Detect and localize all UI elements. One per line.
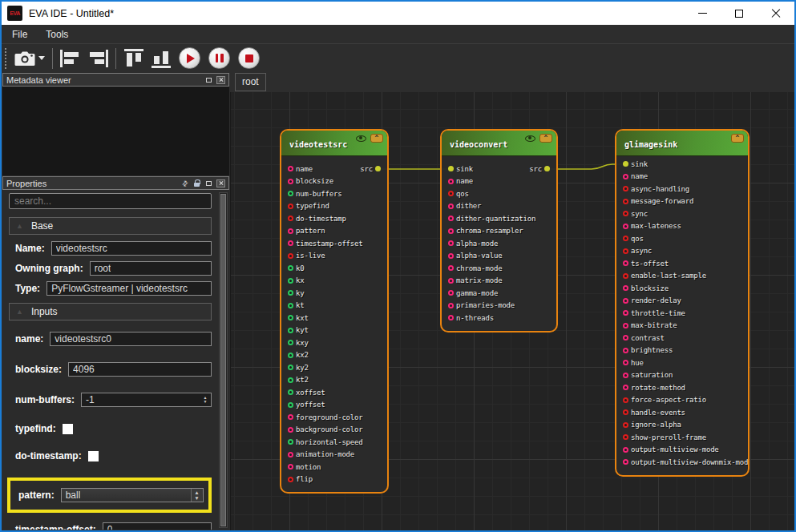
properties-scrollbar[interactable] bbox=[219, 192, 228, 528]
spin-down-icon[interactable]: ▼ bbox=[194, 495, 199, 501]
input-pin-max-bitrate[interactable] bbox=[623, 323, 628, 328]
input-pin-ts-offset[interactable] bbox=[623, 260, 628, 266]
input-pin-blocksize[interactable] bbox=[623, 285, 628, 291]
input-pin-handle-events[interactable] bbox=[623, 409, 628, 415]
node-header-glimagesink[interactable]: glimagesink^ bbox=[616, 131, 748, 156]
node-graph-area[interactable]: videotestsrc^namesrcblocksizenum-buffers… bbox=[230, 92, 794, 530]
input-pin-async[interactable] bbox=[623, 248, 628, 254]
pause-button[interactable] bbox=[208, 47, 230, 69]
input-pin-ky2[interactable] bbox=[288, 365, 293, 370]
checkbox-do-timestamp[interactable] bbox=[88, 451, 99, 461]
field-name[interactable]: videotestsrc bbox=[51, 241, 212, 256]
tab-root[interactable]: root bbox=[235, 73, 266, 91]
checkbox-typefind[interactable] bbox=[63, 424, 73, 434]
input-pin-animation-mode[interactable] bbox=[288, 452, 293, 457]
input-pin-kxy[interactable] bbox=[288, 340, 293, 345]
spinner-pattern[interactable]: ▲▼ bbox=[191, 489, 202, 502]
align-bottom-button[interactable] bbox=[147, 46, 175, 71]
input-pin-alpha-mode[interactable] bbox=[448, 240, 454, 246]
input-pin-hue[interactable] bbox=[623, 360, 628, 365]
input-pin-qos[interactable] bbox=[623, 236, 628, 241]
node-videotestsrc[interactable]: videotestsrc^namesrcblocksizenum-buffers… bbox=[280, 129, 389, 494]
node-glimagesink[interactable]: glimagesink^sinknameasync-handlingmessag… bbox=[615, 129, 750, 477]
minimize-button[interactable] bbox=[684, 2, 721, 25]
input-pin-k0[interactable] bbox=[288, 265, 293, 271]
input-pin-dither-quantization[interactable] bbox=[448, 216, 454, 221]
search-input[interactable] bbox=[9, 193, 212, 209]
input-pin-sync[interactable] bbox=[623, 211, 628, 216]
menu-file[interactable]: File bbox=[4, 26, 35, 42]
input-pin-kxt[interactable] bbox=[288, 315, 293, 320]
input-pin-chroma-resampler[interactable] bbox=[448, 228, 454, 234]
input-pin-contrast[interactable] bbox=[623, 335, 628, 341]
metadata-close-button[interactable] bbox=[216, 76, 225, 84]
node-header-videotestsrc[interactable]: videotestsrc^ bbox=[281, 131, 387, 156]
field-num-buffers[interactable]: -1▲▼ bbox=[81, 393, 212, 407]
input-pin-enable-last-sample[interactable] bbox=[623, 273, 628, 279]
input-pin-dither[interactable] bbox=[448, 204, 454, 209]
input-pin-ignore-alpha[interactable] bbox=[623, 422, 628, 428]
input-pin-kt2[interactable] bbox=[288, 377, 293, 383]
field-owninggraph[interactable]: root bbox=[90, 261, 212, 276]
input-pin-qos[interactable] bbox=[448, 191, 454, 196]
input-pin-force-aspect-ratio[interactable] bbox=[623, 397, 628, 403]
input-pin-do-timestamp[interactable] bbox=[288, 216, 293, 221]
input-pin-timestamp-offset[interactable] bbox=[288, 240, 293, 246]
input-pin-rotate-method[interactable] bbox=[623, 385, 628, 390]
spinner-num-buffers[interactable]: ▲▼ bbox=[200, 393, 210, 406]
section-header-inputs[interactable]: ▲Inputs bbox=[9, 303, 212, 320]
input-pin-flip[interactable] bbox=[288, 477, 293, 482]
stop-button[interactable] bbox=[238, 47, 260, 69]
input-pin-brightness[interactable] bbox=[623, 348, 628, 353]
input-pin-xoffset[interactable] bbox=[288, 389, 293, 395]
align-right-button[interactable] bbox=[84, 46, 111, 71]
toolbar-grip[interactable] bbox=[5, 48, 6, 69]
node-header-videoconvert[interactable]: videoconvert^ bbox=[442, 131, 556, 156]
field-type[interactable]: PyFlowGstreamer | videotestsrc bbox=[46, 281, 212, 296]
input-pin-typefind[interactable] bbox=[288, 204, 293, 209]
input-pin-foreground-color[interactable] bbox=[288, 414, 293, 420]
input-pin-throttle-time[interactable] bbox=[623, 310, 628, 316]
collapse-icon[interactable]: ^ bbox=[370, 134, 383, 143]
input-pin-render-delay[interactable] bbox=[623, 298, 628, 304]
input-pin-message-forward[interactable] bbox=[623, 199, 628, 204]
input-pin-matrix-mode[interactable] bbox=[448, 278, 454, 284]
section-header-base[interactable]: ▲Base bbox=[9, 217, 212, 235]
spin-down-icon[interactable]: ▼ bbox=[204, 400, 208, 404]
input-pin-name[interactable] bbox=[448, 179, 454, 184]
input-pin-kx[interactable] bbox=[288, 278, 293, 284]
input-pin-output-multiview-mode[interactable] bbox=[623, 447, 628, 453]
menu-tools[interactable]: Tools bbox=[38, 26, 76, 42]
input-pin-kyt[interactable] bbox=[288, 328, 293, 333]
input-pin-background-color[interactable] bbox=[288, 427, 293, 433]
input-pin-sink[interactable] bbox=[448, 166, 454, 171]
close-button[interactable] bbox=[758, 2, 794, 25]
screenshot-button[interactable] bbox=[11, 46, 48, 71]
eye-icon[interactable] bbox=[525, 135, 535, 142]
properties-float-button[interactable] bbox=[204, 179, 213, 187]
metadata-float-button[interactable] bbox=[204, 76, 213, 84]
node-videoconvert[interactable]: videoconvert^sinksrcnameqosditherdither-… bbox=[440, 129, 558, 332]
properties-dock-button[interactable]: ⇄ bbox=[180, 179, 189, 187]
properties-lock-button[interactable] bbox=[192, 179, 201, 187]
input-pin-async-handling[interactable] bbox=[623, 186, 628, 191]
input-pin-max-lateness[interactable] bbox=[623, 224, 628, 229]
input-pin-horizontal-speed[interactable] bbox=[288, 439, 293, 445]
input-pin-gamma-mode[interactable] bbox=[448, 290, 454, 296]
input-pin-pattern[interactable] bbox=[288, 228, 293, 234]
camera-dropdown-icon[interactable] bbox=[38, 56, 45, 60]
input-pin-n-threads[interactable] bbox=[448, 315, 454, 320]
input-pin-blocksize[interactable] bbox=[288, 179, 293, 184]
input-pin-is-live[interactable] bbox=[288, 253, 293, 259]
input-pin-num-buffers[interactable] bbox=[288, 191, 293, 196]
input-pin-ky[interactable] bbox=[288, 290, 293, 296]
input-pin-show-preroll-frame[interactable] bbox=[623, 434, 628, 440]
collapse-icon[interactable]: ^ bbox=[731, 134, 744, 143]
align-top-button[interactable] bbox=[120, 46, 147, 71]
input-pin-motion[interactable] bbox=[288, 464, 293, 470]
input-pin-primaries-mode[interactable] bbox=[448, 303, 454, 308]
input-pin-kt[interactable] bbox=[288, 303, 293, 308]
input-pin-chroma-mode[interactable] bbox=[448, 265, 454, 271]
output-pin-src[interactable] bbox=[375, 166, 381, 171]
align-left-button[interactable] bbox=[57, 46, 84, 71]
